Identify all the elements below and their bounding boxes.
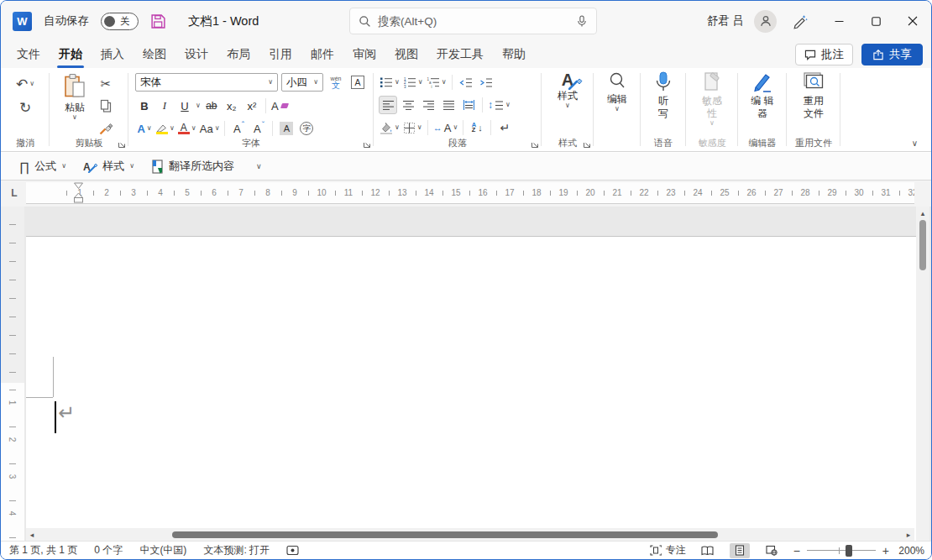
phonetic-guide-button[interactable]: wén 文 bbox=[327, 73, 345, 92]
vertical-ruler[interactable]: 1234 bbox=[1, 207, 24, 542]
sort-button[interactable]: A Z ↓ bbox=[468, 118, 486, 137]
web-layout-button[interactable] bbox=[762, 543, 782, 558]
copy-button[interactable] bbox=[97, 97, 115, 116]
close-button[interactable] bbox=[894, 2, 931, 40]
grow-font-button[interactable]: A ˆ bbox=[229, 119, 248, 138]
justify-button[interactable] bbox=[439, 96, 458, 114]
language-indicator[interactable]: 中文(中国) bbox=[139, 543, 186, 557]
cut-button[interactable]: ✂ bbox=[97, 75, 115, 93]
ribbon-tab[interactable]: 文件 bbox=[8, 41, 50, 68]
font-name-select[interactable]: 宋体 ∨ bbox=[135, 73, 278, 92]
numbering-button[interactable]: 1 2 3 ∨ bbox=[402, 73, 424, 92]
vertical-scrollbar[interactable]: ▴ bbox=[916, 207, 929, 542]
zoom-slider-thumb[interactable] bbox=[846, 545, 852, 557]
font-dialog-launcher-icon[interactable] bbox=[363, 140, 371, 149]
feedback-pen-icon[interactable] bbox=[792, 13, 809, 29]
font-color-button[interactable]: A ∨ bbox=[177, 119, 197, 138]
multilevel-list-button[interactable]: 1 a i ∨ bbox=[426, 73, 448, 92]
character-border-button[interactable]: A bbox=[348, 73, 367, 92]
shrink-font-button[interactable]: A ˇ bbox=[249, 119, 268, 138]
editor-button[interactable]: 编 辑器 bbox=[750, 71, 775, 138]
reuse-files-button[interactable]: 重用 文件 bbox=[798, 71, 829, 138]
underline-button[interactable]: U bbox=[175, 97, 194, 115]
scroll-up-icon[interactable]: ▴ bbox=[916, 207, 929, 217]
word-count[interactable]: 0 个字 bbox=[94, 543, 123, 557]
addin-style-button[interactable]: A 样式 ∨ bbox=[76, 156, 141, 176]
clipboard-dialog-launcher-icon[interactable] bbox=[118, 140, 126, 149]
ribbon-tab[interactable]: 审阅 bbox=[343, 41, 385, 68]
ribbon-tab[interactable]: 设计 bbox=[175, 41, 217, 68]
borders-button[interactable]: ∨ bbox=[402, 118, 423, 137]
styles-dialog-launcher-icon[interactable] bbox=[583, 140, 591, 149]
zoom-level[interactable]: 200% bbox=[896, 545, 924, 557]
increase-indent-button[interactable] bbox=[477, 73, 495, 92]
superscript-button[interactable]: x² bbox=[243, 97, 261, 115]
align-right-button[interactable] bbox=[419, 96, 437, 114]
share-button[interactable]: 共享 bbox=[861, 44, 923, 65]
text-prediction[interactable]: 文本预测: 打开 bbox=[203, 543, 270, 557]
comments-button[interactable]: 批注 bbox=[795, 44, 853, 65]
sensitivity-button[interactable]: 敏感 性 ∨ bbox=[697, 71, 727, 138]
scroll-left-icon[interactable]: ◂ bbox=[26, 531, 38, 539]
search-box[interactable] bbox=[349, 8, 597, 34]
user-name[interactable]: 舒君 吕 bbox=[707, 13, 744, 29]
horizontal-scroll-thumb[interactable] bbox=[172, 531, 718, 538]
avatar[interactable] bbox=[754, 10, 777, 33]
focus-mode-button[interactable]: 专注 bbox=[650, 543, 686, 557]
ribbon-tab[interactable]: 帮助 bbox=[493, 41, 535, 68]
maximize-button[interactable] bbox=[857, 2, 894, 40]
read-mode-button[interactable] bbox=[698, 543, 718, 558]
redo-button[interactable]: ↻ bbox=[16, 98, 34, 117]
print-layout-button[interactable] bbox=[730, 543, 750, 558]
scroll-right-icon[interactable]: ▸ bbox=[903, 531, 914, 539]
format-painter-button[interactable] bbox=[97, 119, 115, 138]
horizontal-scrollbar[interactable]: ◂ ▸ bbox=[26, 528, 914, 542]
undo-button[interactable]: ↶ ∨ bbox=[15, 75, 35, 93]
chevron-down-icon[interactable]: ∨ bbox=[196, 102, 201, 109]
align-center-button[interactable] bbox=[399, 96, 417, 114]
translate-selection-button[interactable]: 翻译所选内容 bbox=[144, 156, 241, 176]
indent-markers[interactable] bbox=[73, 182, 84, 204]
ribbon-tab[interactable]: 引用 bbox=[259, 41, 301, 68]
zoom-out-button[interactable]: − bbox=[793, 545, 800, 557]
zoom-in-button[interactable]: + bbox=[882, 545, 889, 557]
styles-button[interactable]: A 样式 ∨ bbox=[558, 71, 578, 138]
strikethrough-button[interactable]: ab bbox=[202, 97, 221, 115]
ribbon-tab[interactable]: 绘图 bbox=[134, 41, 175, 68]
addin-overflow-chevron-icon[interactable]: ∨ bbox=[256, 162, 262, 170]
collapse-ribbon-icon[interactable]: ∨ bbox=[912, 139, 918, 148]
ribbon-tab[interactable]: 插入 bbox=[92, 41, 134, 68]
ribbon-tab[interactable]: 开始 bbox=[50, 41, 92, 68]
change-case-button[interactable]: Aa ∨ bbox=[199, 119, 221, 138]
tab-selector[interactable]: L bbox=[8, 186, 21, 200]
bullets-button[interactable]: ∨ bbox=[379, 73, 401, 92]
vertical-scroll-thumb[interactable] bbox=[919, 220, 926, 270]
editing-button[interactable]: 编辑 ∨ bbox=[607, 71, 627, 138]
document-page[interactable]: ↵ bbox=[26, 236, 916, 542]
ribbon-tab[interactable]: 开发工具 bbox=[427, 41, 493, 68]
subscript-button[interactable]: x₂ bbox=[223, 97, 241, 115]
formula-button[interactable]: ∏ 公式 ∨ bbox=[13, 156, 73, 176]
character-scaling-button[interactable]: ↔ A ∨ bbox=[432, 118, 459, 137]
save-icon[interactable] bbox=[150, 13, 166, 29]
page-info[interactable]: 第 1 页, 共 1 页 bbox=[9, 543, 77, 557]
ribbon-tab[interactable]: 邮件 bbox=[301, 41, 343, 68]
ribbon-tab[interactable]: 布局 bbox=[217, 41, 259, 68]
font-size-select[interactable]: 小四 ∨ bbox=[281, 73, 323, 92]
text-effects-button[interactable]: A ∨ bbox=[135, 119, 154, 138]
line-spacing-button[interactable]: ↕ ∨ bbox=[487, 96, 511, 114]
mic-icon[interactable] bbox=[576, 15, 588, 28]
shading-button[interactable]: ∨ bbox=[379, 118, 401, 137]
paragraph-dialog-launcher-icon[interactable] bbox=[531, 140, 539, 149]
enclose-characters-button[interactable]: 字 bbox=[297, 119, 316, 138]
clear-formatting-button[interactable]: A bbox=[270, 97, 289, 115]
zoom-slider[interactable] bbox=[807, 545, 876, 557]
horizontal-ruler[interactable]: 1234567891011121314151617181920212223242… bbox=[26, 182, 914, 204]
ribbon-tab[interactable]: 视图 bbox=[385, 41, 427, 68]
minimize-button[interactable] bbox=[820, 2, 857, 40]
search-input[interactable] bbox=[378, 15, 569, 28]
macro-record-button[interactable] bbox=[286, 545, 299, 556]
distributed-button[interactable] bbox=[459, 96, 478, 114]
italic-button[interactable]: I bbox=[155, 97, 174, 115]
bold-button[interactable]: B bbox=[135, 97, 154, 115]
